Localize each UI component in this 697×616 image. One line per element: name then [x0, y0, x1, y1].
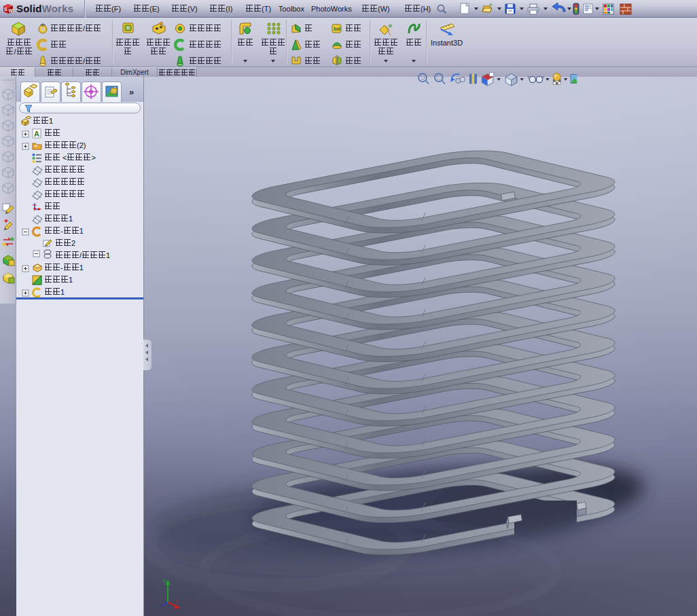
svg-text:W: W — [9, 8, 14, 13]
svg-text:X: X — [175, 599, 179, 604]
svg-text:bd: bd — [334, 26, 340, 32]
svg-text:Y: Y — [162, 578, 166, 584]
svg-text:A: A — [34, 130, 39, 138]
svg-text:S: S — [4, 7, 7, 12]
